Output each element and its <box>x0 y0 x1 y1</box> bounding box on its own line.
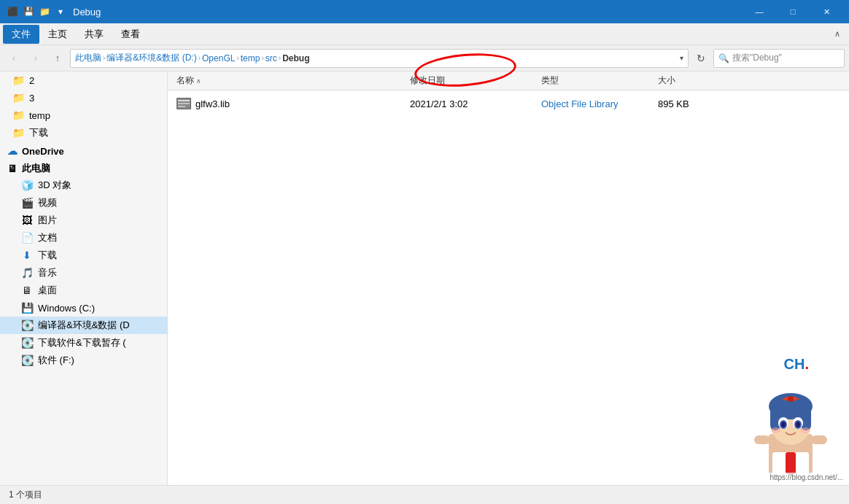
menu-expand[interactable]: ∧ <box>834 29 846 39</box>
sidebar-label-drive-d: 编译器&环境&数据 (D <box>38 319 130 332</box>
svg-point-18 <box>800 427 810 433</box>
sidebar-label-docs: 文档 <box>38 231 57 244</box>
breadcrumb-item-pc[interactable]: 此电脑 <box>75 52 101 64</box>
sidebar-item-download[interactable]: ⬇ 下载 <box>0 247 167 264</box>
folder-icon: 📁 <box>38 5 51 18</box>
sidebar-item-video[interactable]: 🎬 视频 <box>0 194 167 212</box>
sidebar-item-drive-f[interactable]: 💽 软件 (F:) <box>0 352 167 369</box>
quick-access-icon: ⬛ <box>6 5 19 18</box>
sidebar: 📁 2 📁 3 📁 temp 📁 下载 ☁ OneDrive 🖥 此电脑 🧊 3… <box>0 71 168 485</box>
svg-point-10 <box>788 396 794 402</box>
address-bar: ‹ › ↑ 此电脑 › 编译器&环境&数据 (D:) › OpenGL › te… <box>0 45 849 71</box>
file-type-cell: Object File Library <box>538 98 655 109</box>
col-header-type[interactable]: 类型 <box>538 74 655 87</box>
music-icon: 🎵 <box>20 266 34 279</box>
sidebar-label-music: 音乐 <box>38 266 57 279</box>
svg-rect-8 <box>770 405 780 430</box>
sep1: › <box>103 54 105 62</box>
drive-d-icon: 💽 <box>20 319 34 332</box>
sidebar-label-drive-f: 软件 (F:) <box>38 354 74 367</box>
onedrive-icon: ☁ <box>6 144 19 158</box>
sidebar-item-download-quick[interactable]: 📁 下载 <box>0 124 167 141</box>
menu-home[interactable]: 主页 <box>39 25 76 44</box>
sidebar-item-pictures[interactable]: 🖼 图片 <box>0 212 167 229</box>
svg-point-15 <box>781 422 786 427</box>
onedrive-section: ☁ OneDrive <box>0 141 167 159</box>
file-size-cell: 895 KB <box>655 98 728 109</box>
sidebar-item-desktop[interactable]: 🖥 桌面 <box>0 282 167 299</box>
menu-file[interactable]: 文件 <box>3 25 39 44</box>
window-title: Debug <box>73 7 743 18</box>
minimize-button[interactable]: — <box>743 0 776 23</box>
character-figure <box>732 383 849 485</box>
sidebar-item-docs[interactable]: 📄 文档 <box>0 229 167 247</box>
download-icon: ⬇ <box>20 249 34 262</box>
drive-f-icon: 💽 <box>20 354 34 367</box>
window-controls: — □ ✕ <box>743 0 843 23</box>
sidebar-item-temp[interactable]: 📁 temp <box>0 106 167 124</box>
menu-view[interactable]: 查看 <box>112 25 149 44</box>
breadcrumb-item-debug[interactable]: Debug <box>282 53 309 63</box>
breadcrumb-item-temp[interactable]: temp <box>241 53 260 63</box>
sidebar-label-video: 视频 <box>38 196 57 209</box>
svg-rect-20 <box>786 452 796 474</box>
svg-point-17 <box>771 427 781 433</box>
sidebar-item-3d[interactable]: 🧊 3D 对象 <box>0 177 167 194</box>
breadcrumb-item-drive[interactable]: 编译器&环境&数据 (D:) <box>106 52 196 64</box>
onedrive-label[interactable]: OneDrive <box>22 146 64 157</box>
breadcrumb-item-src[interactable]: src <box>265 53 277 63</box>
character-area <box>703 368 849 485</box>
file-name-cell: glfw3.lib <box>174 98 407 109</box>
sidebar-item-3[interactable]: 📁 3 <box>0 89 167 106</box>
menu-share[interactable]: 共享 <box>76 25 112 44</box>
breadcrumb-item-opengl[interactable]: OpenGL <box>202 53 235 63</box>
desktop-icon: 🖥 <box>20 284 34 297</box>
menu-bar: 文件 主页 共享 查看 ∧ <box>0 23 849 45</box>
folder-icon-3: 📁 <box>12 91 25 104</box>
drive-e-icon: 💽 <box>20 336 34 349</box>
up-button[interactable]: ↑ <box>48 49 67 68</box>
sep2: › <box>198 54 201 62</box>
col-header-size[interactable]: 大小 <box>655 74 728 87</box>
column-headers: 名称 ∧ 修改日期 类型 大小 <box>168 71 849 90</box>
maximize-button[interactable]: □ <box>776 0 810 23</box>
forward-button[interactable]: › <box>26 49 45 68</box>
svg-rect-3 <box>178 103 190 104</box>
ch-badge: CH. <box>784 356 809 373</box>
sidebar-item-drive-e[interactable]: 💽 下载软件&下载暂存 ( <box>0 334 167 352</box>
col-header-date[interactable]: 修改日期 <box>407 74 538 87</box>
pc-icon: 🖥 <box>6 162 19 175</box>
sidebar-label-download: 下载 <box>38 249 57 262</box>
sidebar-label-3: 3 <box>29 93 34 104</box>
this-pc-section[interactable]: 🖥 此电脑 <box>0 159 167 177</box>
folder-icon-temp: 📁 <box>12 109 25 122</box>
col-header-name[interactable]: 名称 ∧ <box>174 74 407 87</box>
sort-arrow: ∧ <box>196 77 201 85</box>
watermark: https://blog.csdn.net/... <box>767 473 846 482</box>
file-item-glfw3[interactable]: glfw3.lib 2021/2/1 3:02 Object File Libr… <box>168 93 849 114</box>
svg-rect-9 <box>801 405 811 430</box>
title-dropdown-icon[interactable]: ▾ <box>54 5 67 18</box>
sidebar-item-2[interactable]: 📁 2 <box>0 71 167 89</box>
svg-rect-22 <box>811 435 827 444</box>
sidebar-label-drive-e: 下载软件&下载暂存 ( <box>38 336 126 349</box>
download-icon-quick: 📁 <box>12 126 25 139</box>
svg-rect-21 <box>754 435 770 444</box>
sidebar-item-music[interactable]: 🎵 音乐 <box>0 264 167 282</box>
back-button[interactable]: ‹ <box>4 49 23 68</box>
refresh-button[interactable]: ↻ <box>691 49 710 68</box>
breadcrumb-dropdown[interactable]: ▾ <box>680 54 683 62</box>
sidebar-item-drive-d[interactable]: 💽 编译器&环境&数据 (D <box>0 317 167 334</box>
pictures-icon: 🖼 <box>20 214 34 227</box>
svg-rect-2 <box>178 100 190 101</box>
search-icon: 🔍 <box>718 53 729 63</box>
close-button[interactable]: ✕ <box>810 0 843 23</box>
search-box[interactable]: 🔍 搜索"Debug" <box>713 49 845 68</box>
search-placeholder: 搜索"Debug" <box>732 52 782 64</box>
breadcrumb[interactable]: 此电脑 › 编译器&环境&数据 (D:) › OpenGL › temp › s… <box>70 49 689 68</box>
title-bar: ⬛ 💾 📁 ▾ Debug — □ ✕ <box>0 0 849 23</box>
file-name: glfw3.lib <box>195 98 230 109</box>
lib-file-icon <box>177 98 191 109</box>
sidebar-item-drive-c[interactable]: 💾 Windows (C:) <box>0 299 167 317</box>
title-bar-icons: ⬛ 💾 📁 ▾ <box>6 5 67 18</box>
